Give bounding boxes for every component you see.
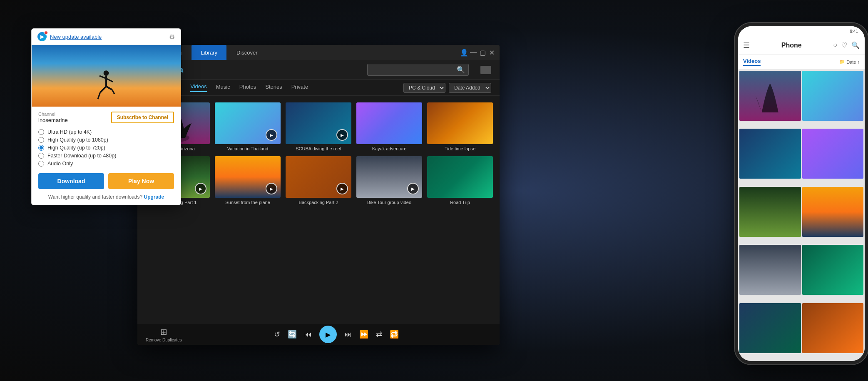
- remove-duplicates-button[interactable]: ⊞ Remove Duplicates: [146, 327, 182, 342]
- play-overlay-scuba[interactable]: ▶: [336, 129, 348, 141]
- quality-radio-hq1080[interactable]: [38, 137, 44, 143]
- repeat-button[interactable]: 🔁: [390, 330, 399, 339]
- shuffle-button[interactable]: ⇄: [376, 330, 382, 339]
- gear-icon[interactable]: ⚙: [169, 33, 175, 41]
- search-icon-phone[interactable]: ○: [833, 41, 837, 49]
- next-button[interactable]: ⏭: [344, 330, 352, 339]
- video-item-backpack2[interactable]: ▶ Backpacking Part 2: [286, 156, 351, 205]
- popup-header-left: ▶ New update available: [37, 32, 102, 41]
- video-item-tide[interactable]: Tide time lapse: [427, 102, 493, 151]
- phone-frame: 9:41 ☰ Phone ○ ♡ 🔍 Videos 📁 Date ↑: [735, 23, 868, 364]
- quality-radio-hq720[interactable]: [38, 145, 44, 151]
- video-thumb-tide: [427, 102, 493, 144]
- sort-chevron-phone: ↑: [858, 60, 860, 65]
- filter-select[interactable]: PC & Cloud: [403, 83, 445, 93]
- nav-videos[interactable]: Videos: [190, 83, 207, 92]
- search-bar[interactable]: 🔍: [367, 64, 469, 76]
- nav-stories[interactable]: Stories: [265, 84, 282, 92]
- quality-option-hq1080[interactable]: High Quality (up to 1080p): [38, 137, 174, 143]
- video-thumb-bike: ▶: [356, 156, 422, 198]
- quality-radio-audio[interactable]: [38, 161, 44, 167]
- phone-thumb-roadtrip[interactable]: [802, 245, 864, 295]
- phone-tab-videos[interactable]: Videos: [743, 58, 761, 66]
- phone-thumb-bike[interactable]: [739, 245, 801, 295]
- nav-private[interactable]: Private: [291, 84, 308, 92]
- phone-thumb-kayak[interactable]: [802, 129, 864, 179]
- svg-line-5: [106, 87, 112, 90]
- replay-button[interactable]: 🔄: [288, 330, 297, 339]
- user-icon[interactable]: 👤: [461, 50, 467, 55]
- svg-line-2: [99, 76, 106, 78]
- search-icon[interactable]: 🔍: [457, 66, 465, 74]
- nav-photos[interactable]: Photos: [239, 84, 256, 92]
- quality-option-hq720[interactable]: High Quality (up to 720p): [38, 145, 174, 151]
- close-button[interactable]: ✕: [489, 50, 495, 55]
- quality-label-hq720: High Quality (up to 720p): [47, 145, 105, 151]
- video-item-scuba[interactable]: ▶ SCUBA diving the reef: [286, 102, 351, 151]
- sort-label-phone: Date: [846, 60, 856, 65]
- video-item-thailand[interactable]: ▶ Vacation in Thailand: [215, 102, 281, 151]
- hero-image: [32, 45, 181, 107]
- player-controls: ↺ 🔄 ⏮ ▶ ⏭ ⏩ ⇄ 🔁: [274, 326, 399, 343]
- media-nav: Recent Activity Videos Music Photos Stor…: [137, 80, 500, 96]
- play-overlay-sunset[interactable]: ▶: [266, 183, 277, 194]
- update-link[interactable]: New update available: [50, 34, 102, 40]
- play-overlay-backpack1[interactable]: ▶: [195, 183, 206, 194]
- tab-library[interactable]: Library: [192, 45, 226, 60]
- phone-thumb-backpack[interactable]: [739, 187, 801, 237]
- forward-button[interactable]: ⏩: [359, 330, 368, 339]
- media-window: Now Playing Library Discover 👤 — ▢ ✕ My …: [137, 45, 500, 345]
- play-overlay-bike[interactable]: ▶: [407, 183, 419, 194]
- phone-thumb-sunset[interactable]: [802, 187, 864, 237]
- channel-info: Channel inosemarine: [38, 112, 68, 123]
- video-item-kayak[interactable]: Kayak adventure: [356, 102, 422, 151]
- quality-option-uhd[interactable]: Ultra HD (up to 4K): [38, 129, 174, 135]
- nav-right: PC & Cloud Date Added: [403, 83, 491, 93]
- play-overlay-backpack2[interactable]: ▶: [336, 183, 348, 194]
- video-item-bike[interactable]: ▶ Bike Tour group video: [356, 156, 422, 205]
- video-item-roadtrip[interactable]: Road Trip: [427, 156, 493, 205]
- play-overlay-thailand[interactable]: ▶: [266, 129, 277, 141]
- play-button[interactable]: ▶: [319, 326, 337, 343]
- quality-label-fast480: Faster Download (up to 480p): [47, 153, 116, 159]
- minimize-button[interactable]: —: [470, 50, 476, 55]
- maximize-button[interactable]: ▢: [480, 50, 485, 55]
- phone-thumb-van[interactable]: [802, 303, 864, 353]
- phone-thumb-thailand[interactable]: [802, 71, 864, 121]
- phone-grid: [738, 70, 865, 361]
- search-icon2-phone[interactable]: 🔍: [851, 41, 860, 49]
- phone-sort[interactable]: 📁 Date ↑: [839, 59, 860, 65]
- video-thumb-thailand: ▶: [215, 102, 281, 144]
- video-label-thailand: Vacation in Thailand: [215, 146, 281, 151]
- video-item-sunset[interactable]: ▶ Sunset from the plane: [215, 156, 281, 205]
- phone-thumb-arizona[interactable]: [739, 71, 801, 121]
- window-titlebar: Now Playing Library Discover 👤 — ▢ ✕: [137, 45, 500, 60]
- quality-option-audio[interactable]: Audio Only: [38, 161, 174, 167]
- nav-music[interactable]: Music: [216, 84, 230, 92]
- quality-radio-uhd[interactable]: [38, 129, 44, 135]
- sort-select[interactable]: Date Added: [449, 83, 491, 93]
- phone-thumb-scuba[interactable]: [739, 129, 801, 179]
- phone-thumb-tent[interactable]: [739, 303, 801, 353]
- favorite-icon-phone[interactable]: ♡: [841, 41, 847, 49]
- cast-icon[interactable]: [480, 66, 491, 74]
- tab-discover[interactable]: Discover: [227, 45, 267, 60]
- playnow-button[interactable]: Play Now: [108, 173, 174, 189]
- hamburger-icon[interactable]: ☰: [743, 41, 750, 50]
- quality-option-fast480[interactable]: Faster Download (up to 480p): [38, 153, 174, 159]
- rewind-button[interactable]: ↺: [274, 330, 280, 339]
- video-label-sunset: Sunset from the plane: [215, 200, 281, 205]
- search-input[interactable]: [371, 67, 454, 73]
- video-label-roadtrip: Road Trip: [427, 200, 493, 205]
- popup-actions: Download Play Now: [38, 173, 174, 189]
- hero-silhouette: [96, 69, 117, 102]
- prev-button[interactable]: ⏮: [304, 330, 312, 339]
- channel-row: Channel inosemarine Subscribe to Channel: [38, 112, 174, 123]
- update-badge: [44, 31, 48, 35]
- upgrade-link[interactable]: Upgrade: [144, 194, 164, 200]
- subscribe-button[interactable]: Subscribe to Channel: [111, 112, 174, 123]
- media-content: Exploring Arizona ▶ Vacation in Thailand…: [137, 96, 500, 324]
- quality-radio-fast480[interactable]: [38, 153, 44, 159]
- popup-header: ▶ New update available ⚙: [32, 29, 181, 45]
- download-button[interactable]: Download: [38, 173, 104, 189]
